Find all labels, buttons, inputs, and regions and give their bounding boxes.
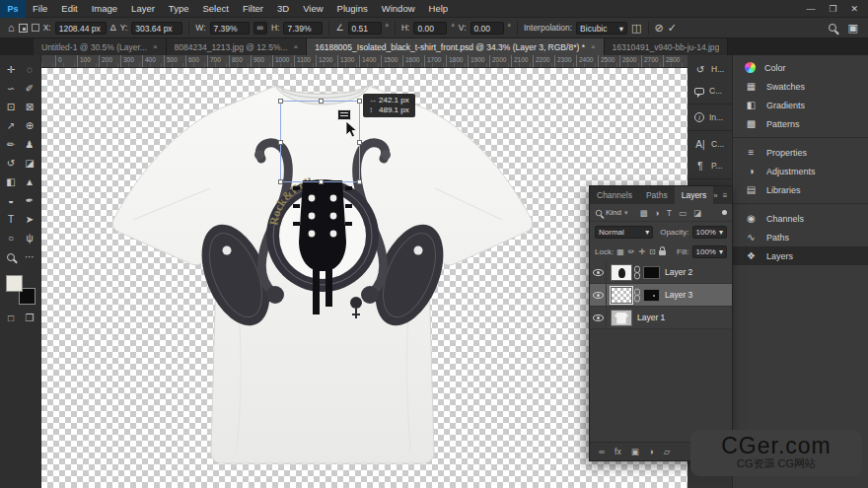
transform-handle[interactable] [319,99,324,104]
panel-button-paths[interactable]: ∿Paths [733,228,868,246]
menu-item-help[interactable]: Help [422,0,456,18]
type-tool[interactable]: T [2,210,21,229]
clone-stamp-tool[interactable]: ♟ [21,135,39,154]
interpolation-dropdown[interactable]: Bicubic▾ [576,22,627,35]
menu-item-select[interactable]: Select [195,0,235,18]
layer-name[interactable]: Layer 2 [665,267,692,277]
tab-close-icon[interactable]: × [294,42,299,51]
height-input[interactable]: 7.39% [283,22,323,35]
panel-button-patterns[interactable]: ▩Patterns [733,114,868,133]
menu-item-filter[interactable]: Filter [236,0,270,18]
link-layers-icon[interactable]: ∞ [599,447,605,456]
warp-mode-icon[interactable]: ◫ [631,23,641,34]
path-selection-tool[interactable]: ➤ [21,210,39,229]
blend-mode-dropdown[interactable]: Normal▾ [595,226,653,239]
eyedropper-tool[interactable]: ↗ [2,116,21,135]
shape-tool[interactable]: ○ [2,229,21,247]
layer-row[interactable]: Layer 2 [590,261,732,284]
toggle-reference-point-checkbox[interactable] [32,24,39,32]
layer-row[interactable]: Layer 1 [590,307,732,329]
layer-effects-icon[interactable]: fx [615,447,621,456]
history-brush-tool[interactable]: ↺ [2,154,21,173]
layer-filter-icon-3[interactable]: ▭ [679,208,687,218]
filter-search-icon[interactable] [596,209,602,215]
collapsed-panel-history[interactable]: ↺H... [687,58,732,80]
rotation-input[interactable]: 0.51 [348,22,382,35]
lock-icon-3[interactable]: ⊡ [649,247,656,256]
hand-tool[interactable]: ψ [21,229,39,247]
opacity-dropdown[interactable]: 100%▾ [692,226,727,239]
y-input[interactable]: 303.64 px [131,22,182,35]
search-icon[interactable] [829,24,836,32]
document-tab[interactable]: 16188005_Isolated_black_t-shirt_front.ps… [307,38,604,55]
layers-panel-tab-paths[interactable]: Paths [639,186,675,204]
fill-dropdown[interactable]: 100%▾ [692,245,727,258]
eraser-tool[interactable]: ◪ [21,154,39,173]
home-icon[interactable]: ⌂ [8,23,15,34]
layers-panel-tab-layers[interactable]: Layers [675,186,714,204]
panel-button-gradients[interactable]: ◧Gradients [733,96,868,114]
minimize-button[interactable]: — [806,4,815,14]
zoom-tool[interactable] [2,247,21,266]
layer-row[interactable]: Layer 3 [590,284,732,307]
layer-thumbnail[interactable] [611,287,632,304]
layer-filter-icon-0[interactable]: ▩ [640,208,648,218]
menu-item-plugins[interactable]: Plugins [330,0,375,18]
lasso-tool[interactable]: ∽ [2,79,21,98]
layer-thumbnail[interactable] [611,264,632,281]
healing-brush-tool[interactable]: ⊕ [21,116,39,135]
layer-mask-thumbnail[interactable] [643,289,660,302]
document-tab[interactable]: Untitled-1 @ 30.5% (Layer...× [34,38,167,55]
transform-handle[interactable] [357,179,362,184]
lock-icon-0[interactable]: ▦ [616,247,624,256]
brush-tool[interactable]: ✏ [2,135,21,154]
menu-item-layer[interactable]: Layer [124,0,162,18]
collapsed-panel-paragraph[interactable]: ¶P... [687,155,732,176]
foreground-color[interactable] [6,275,23,292]
quick-selection-tool[interactable]: ✐ [21,79,39,98]
visibility-toggle[interactable] [590,284,607,306]
reference-point-icon[interactable] [19,24,28,33]
filter-toggle-icon[interactable] [722,210,727,215]
panel-button-properties[interactable]: ≡Properties [733,143,868,162]
frame-tool[interactable]: ⊠ [21,98,39,116]
layer-filter-icon-1[interactable]: ◑ [655,208,660,218]
document-tab[interactable]: 16310491_v940-bb-ju-14.jpg [605,38,729,55]
visibility-toggle[interactable] [590,261,607,283]
layer-name[interactable]: Layer 1 [637,313,665,322]
panel-menu-icon[interactable]: ≡ [723,191,728,200]
crop-tool[interactable]: ⊡ [2,98,21,116]
new-group-icon[interactable]: ▱ [664,447,671,456]
layer-mask-thumbnail[interactable] [643,266,660,279]
panel-button-layers[interactable]: ❖Layers [733,246,868,265]
workspace-switcher-icon[interactable]: ▣ [848,23,858,34]
collapsed-panel-comments[interactable]: C... [687,80,732,102]
v-skew-input[interactable]: 0.00 [470,22,504,35]
transform-handle[interactable] [357,140,362,145]
quick-mask-icon[interactable]: □ [2,309,21,327]
panel-button-libraries[interactable]: ▤Libraries [733,180,868,199]
dodge-tool[interactable]: ◒ [2,191,21,210]
panel-button-color[interactable]: Color [733,58,868,77]
width-input[interactable]: 7.39% [210,22,250,35]
relative-position-button[interactable]: Δ [110,23,116,34]
document-tab[interactable]: 8084234_1213.jpg @ 12.5%...× [167,38,308,55]
marquee-tool[interactable]: ◌ [21,60,39,79]
menu-item-view[interactable]: View [296,0,329,18]
x-input[interactable]: 1208.44 px [55,22,107,35]
layers-panel-tab-channels[interactable]: Channels [590,186,639,204]
filter-kind-dropdown[interactable]: Kind [606,208,621,217]
adjustment-layer-icon[interactable]: ◑ [649,447,654,456]
screen-mode-icon[interactable]: ❐ [21,309,39,327]
close-button[interactable]: ✕ [850,4,858,14]
lock-icon-1[interactable]: ✏ [628,247,635,256]
layer-name[interactable]: Layer 3 [665,290,692,300]
collapse-panel-icon[interactable]: » [713,191,717,200]
transform-handle[interactable] [357,99,362,104]
menu-item-type[interactable]: Type [162,0,196,18]
more-tools[interactable]: ⋯ [21,247,39,266]
visibility-toggle[interactable] [590,307,607,328]
panel-button-channels[interactable]: ◉Channels [733,209,868,228]
transform-handle[interactable] [278,99,283,104]
menu-item-window[interactable]: Window [375,0,422,18]
